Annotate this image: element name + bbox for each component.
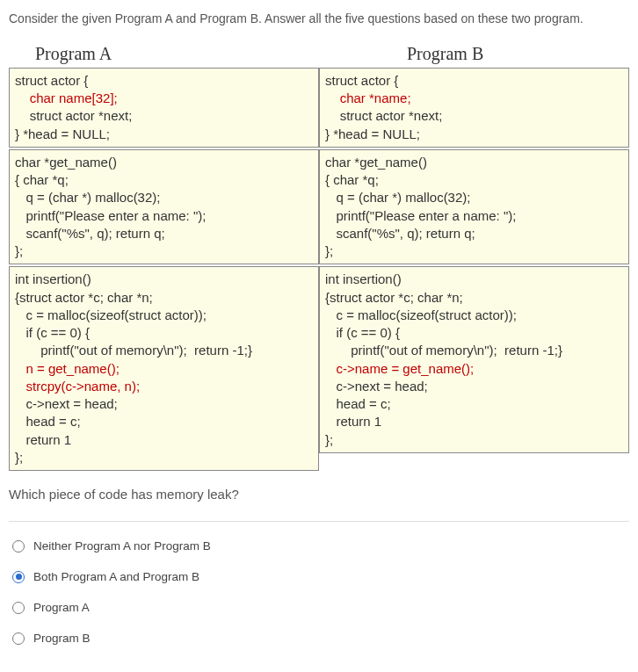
code-line: char name[32]; — [15, 90, 118, 105]
option-program-b[interactable]: Program B — [9, 623, 629, 654]
code-line: head = c; — [15, 414, 81, 429]
radio-icon — [12, 540, 25, 553]
code-line: {struct actor *c; char *n; — [325, 290, 463, 305]
code-line: }; — [15, 450, 23, 465]
option-neither[interactable]: Neither Program A nor Program B — [9, 531, 629, 561]
program-b-column: Program B struct actor { char *name; str… — [319, 40, 629, 473]
programs-row: Program A struct actor { char name[32]; … — [9, 40, 629, 473]
program-a-block2: char *get_name() { char *q; q = (char *)… — [9, 149, 319, 265]
option-label: Neither Program A nor Program B — [33, 539, 211, 553]
code-line: if (c == 0) { — [15, 325, 90, 340]
code-line: char *get_name() — [15, 155, 117, 170]
option-program-a[interactable]: Program A — [9, 592, 629, 623]
code-line: printf("Please enter a name: "); — [15, 208, 206, 223]
code-line: q = (char *) malloc(32); — [15, 190, 160, 205]
code-line: c = malloc(sizeof(struct actor)); — [325, 307, 517, 322]
code-line: c->name = get_name(); — [325, 361, 474, 376]
code-line: strcpy(c->name, n); — [15, 379, 140, 394]
radio-icon — [12, 602, 25, 614]
code-line: char *get_name() — [325, 155, 427, 170]
question-intro: Consider the given Program A and Program… — [9, 9, 629, 30]
code-line: printf("out of memory\n"); return -1;} — [15, 343, 252, 358]
code-line: } *head = NULL; — [15, 126, 110, 141]
code-line: printf("out of memory\n"); return -1;} — [325, 343, 562, 358]
code-line: { char *q; — [325, 172, 379, 187]
code-line: }; — [325, 243, 333, 258]
code-line: head = c; — [325, 396, 391, 411]
code-line: q = (char *) malloc(32); — [325, 190, 470, 205]
program-b-block3: int insertion() {struct actor *c; char *… — [319, 266, 629, 453]
program-a-block3: int insertion() {struct actor *c; char *… — [9, 266, 319, 471]
code-line: c = malloc(sizeof(struct actor)); — [15, 307, 207, 322]
code-line: } *head = NULL; — [325, 126, 420, 141]
code-line: printf("Please enter a name: "); — [325, 208, 516, 223]
code-line: scanf("%s", q); return q; — [15, 226, 165, 241]
code-line: scanf("%s", q); return q; — [325, 226, 475, 241]
code-line: {struct actor *c; char *n; — [15, 290, 153, 305]
code-line: char *name; — [325, 90, 411, 105]
program-b-title: Program B — [319, 40, 629, 68]
code-line: c->next = head; — [15, 396, 118, 411]
option-label: Both Program A and Program B — [33, 570, 199, 583]
question-text: Which piece of code has memory leak? — [9, 487, 629, 502]
program-a-column: Program A struct actor { char name[32]; … — [9, 40, 319, 473]
program-a-block1: struct actor { char name[32]; struct act… — [9, 68, 319, 148]
code-line: n = get_name(); — [15, 361, 120, 376]
options-divider — [9, 521, 629, 522]
option-label: Program B — [33, 632, 91, 645]
code-line: }; — [325, 432, 333, 447]
code-line: return 1 — [15, 432, 71, 447]
code-line: struct actor *next; — [325, 108, 442, 123]
code-line: }; — [15, 243, 23, 258]
code-line: return 1 — [325, 414, 381, 429]
code-line: int insertion() — [15, 271, 91, 286]
option-label: Program A — [33, 601, 90, 614]
code-line: int insertion() — [325, 271, 402, 286]
code-line: struct actor *next; — [15, 108, 132, 123]
code-line: struct actor { — [325, 73, 398, 88]
code-line: struct actor { — [15, 73, 88, 88]
program-b-block2: char *get_name() { char *q; q = (char *)… — [319, 149, 629, 265]
program-b-block1: struct actor { char *name; struct actor … — [319, 68, 629, 148]
radio-icon — [12, 632, 25, 645]
code-line: c->next = head; — [325, 379, 428, 394]
code-line: if (c == 0) { — [325, 325, 400, 340]
code-line: { char *q; — [15, 172, 69, 187]
radio-icon — [12, 571, 25, 583]
program-a-title: Program A — [9, 40, 319, 68]
option-both[interactable]: Both Program A and Program B — [9, 561, 629, 592]
